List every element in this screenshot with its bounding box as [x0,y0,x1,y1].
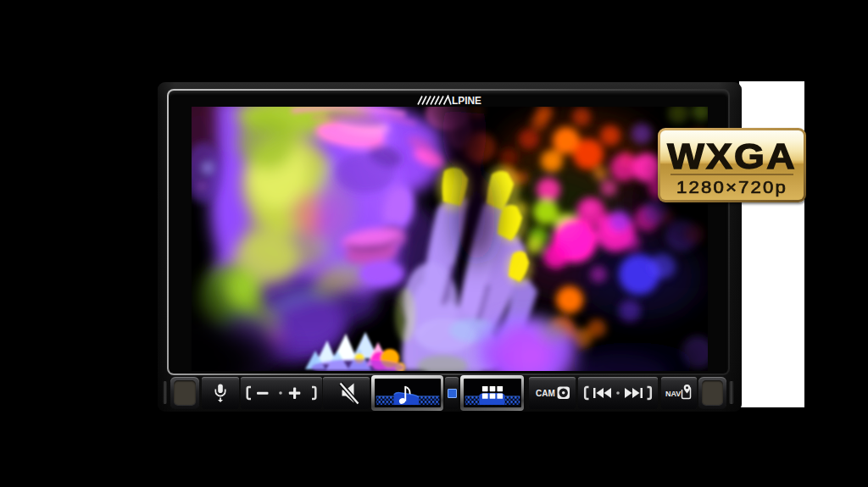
svg-text:NAV: NAV [665,390,681,398]
svg-text:LPINE: LPINE [452,95,481,106]
svg-text:CAM: CAM [536,389,555,398]
